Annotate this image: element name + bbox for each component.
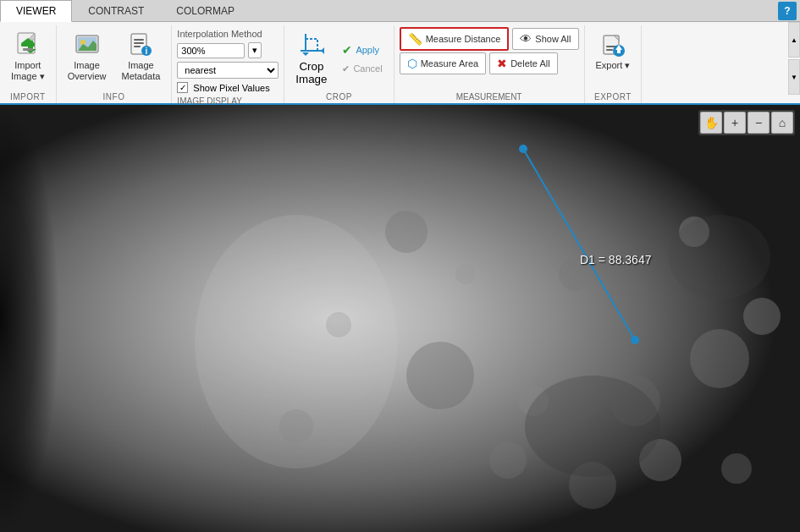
measure-distance-label: Measure Distance [426, 34, 501, 44]
measure-area-icon: ⬡ [407, 57, 417, 70]
tab-viewer[interactable]: VIEWER [0, 0, 72, 22]
svg-point-31 [559, 257, 593, 291]
tab-bar: VIEWER CONTRAST COLORMAP ? [0, 0, 800, 22]
tab-bar-right: ? [778, 0, 800, 21]
pan-icon: ✋ [704, 116, 719, 129]
measure-area-button[interactable]: ⬡ Measure Area [400, 52, 486, 74]
measurement-bottom-row: ⬡ Measure Area ✖ Delete All [400, 52, 579, 74]
measure-area-label: Measure Area [421, 58, 478, 69]
help-button[interactable]: ? [778, 2, 797, 20]
measure-distance-icon: 📏 [408, 32, 422, 46]
ribbon-measurement-group: 📏 Measure Distance 👁 Show All ⬡ Measure … [394, 25, 585, 103]
zoom-in-icon: + [731, 116, 738, 129]
pixel-values-label: Show Pixel Values [193, 83, 269, 93]
main-image-area: D1 = 88.3647 ✋ + − ⌂ [0, 105, 800, 532]
zoom-in-button[interactable]: + [724, 112, 746, 134]
ribbon: ImportImage ▾ IMPORT ImageOverview [0, 22, 800, 105]
import-group-label: IMPORT [10, 92, 46, 103]
image-metadata-icon: i [127, 31, 154, 58]
import-icon [14, 31, 41, 58]
svg-text:i: i [146, 47, 148, 56]
image-metadata-label: ImageMetadata [121, 60, 160, 82]
svg-rect-27 [0, 105, 800, 532]
svg-point-45 [525, 376, 660, 477]
tab-contrast[interactable]: CONTRAST [72, 0, 160, 21]
delete-all-icon: ✖ [497, 57, 507, 70]
pixel-values-row: ✓ Show Pixel Values [177, 82, 279, 93]
image-toolbar: ✋ + − ⌂ [698, 110, 795, 135]
moon-surface [0, 105, 800, 532]
pixel-values-checkbox[interactable]: ✓ [177, 82, 188, 93]
crop-image-button[interactable]: CropImage [290, 27, 333, 90]
image-overview-button[interactable]: ImageOverview [62, 27, 113, 86]
ribbon-export-group: Export ▾ EXPORT [585, 25, 643, 103]
svg-point-39 [455, 264, 476, 284]
ribbon-import-group: ImportImage ▾ IMPORT [0, 25, 57, 103]
svg-point-29 [385, 211, 428, 253]
export-group-label: EXPORT [594, 92, 632, 103]
svg-point-46 [669, 215, 770, 299]
svg-rect-22 [606, 49, 613, 51]
ribbon-scroll: ▲ ▼ [788, 22, 800, 95]
svg-rect-5 [23, 48, 33, 51]
interpolation-label: Interpolation Method [177, 29, 262, 39]
svg-point-33 [489, 442, 527, 479]
zoom-row: ▾ [177, 42, 279, 58]
crop-icon [298, 31, 325, 58]
moon-image[interactable]: D1 = 88.3647 ✋ + − ⌂ [0, 105, 800, 532]
svg-rect-28 [0, 105, 119, 532]
ribbon-scroll-down[interactable]: ▼ [788, 59, 800, 95]
svg-point-42 [743, 298, 781, 335]
ribbon-scroll-up[interactable]: ▲ [788, 22, 800, 58]
cancel-label: Cancel [353, 63, 382, 74]
crop-button-label: CropImage [295, 60, 327, 85]
ribbon-image-display-group: Interpolation Method ▾ nearest bilinear … [172, 25, 284, 103]
image-metadata-button[interactable]: i ImageMetadata [115, 27, 166, 86]
apply-label: Apply [356, 45, 379, 55]
cancel-button[interactable]: ✔ Cancel [336, 61, 388, 77]
svg-point-30 [406, 342, 474, 409]
show-all-button[interactable]: 👁 Show All [512, 28, 578, 50]
import-group-items: ImportImage ▾ [5, 27, 51, 92]
pan-tool-button[interactable]: ✋ [700, 112, 722, 134]
measurement-top-row: 📏 Measure Distance 👁 Show All [400, 27, 579, 51]
crop-inner: CropImage ✔ Apply ✔ Cancel [290, 27, 388, 90]
image-overview-label: ImageOverview [68, 60, 107, 82]
export-icon [599, 31, 626, 58]
interpolation-row: Interpolation Method [177, 29, 279, 39]
delete-all-button[interactable]: ✖ Delete All [489, 52, 557, 74]
ribbon-crop-group: CropImage ✔ Apply ✔ Cancel CROP [284, 25, 394, 103]
measurement-group-label: MEASUREMENT [400, 92, 579, 103]
delete-all-label: Delete All [510, 58, 549, 69]
zoom-dropdown-button[interactable]: ▾ [248, 42, 262, 58]
export-button-label: Export ▾ [596, 60, 631, 71]
interpolation-select-row: nearest bilinear bicubic [177, 62, 279, 79]
image-overview-icon [74, 31, 101, 58]
svg-rect-12 [134, 46, 141, 47]
apply-button[interactable]: ✔ Apply [336, 41, 388, 59]
svg-point-44 [195, 215, 398, 469]
svg-rect-3 [21, 43, 35, 47]
export-group-items: Export ▾ [590, 27, 637, 92]
svg-point-43 [721, 453, 752, 484]
zoom-out-icon: − [755, 116, 762, 129]
fit-to-window-button[interactable]: ⌂ [771, 112, 793, 134]
info-group-items: ImageOverview i ImageMetadata [62, 27, 167, 92]
svg-marker-18 [302, 52, 309, 56]
measure-distance-button[interactable]: 📏 Measure Distance [400, 27, 510, 51]
import-image-button[interactable]: ImportImage ▾ [5, 27, 51, 86]
tab-colormap[interactable]: COLORMAP [160, 0, 251, 21]
show-all-icon: 👁 [520, 32, 532, 46]
svg-marker-17 [321, 47, 324, 54]
interpolation-select[interactable]: nearest bilinear bicubic [177, 62, 279, 79]
svg-rect-11 [134, 42, 144, 44]
zoom-input[interactable] [177, 43, 245, 58]
show-all-label: Show All [535, 34, 571, 44]
ribbon-info-group: ImageOverview i ImageMetadata INFO [57, 25, 173, 103]
fit-icon: ⌂ [779, 116, 786, 129]
svg-rect-10 [134, 39, 144, 41]
import-button-label: ImportImage ▾ [11, 60, 45, 82]
crop-sub-buttons: ✔ Apply ✔ Cancel [336, 27, 388, 90]
export-button[interactable]: Export ▾ [590, 27, 637, 75]
zoom-out-button[interactable]: − [748, 112, 770, 134]
